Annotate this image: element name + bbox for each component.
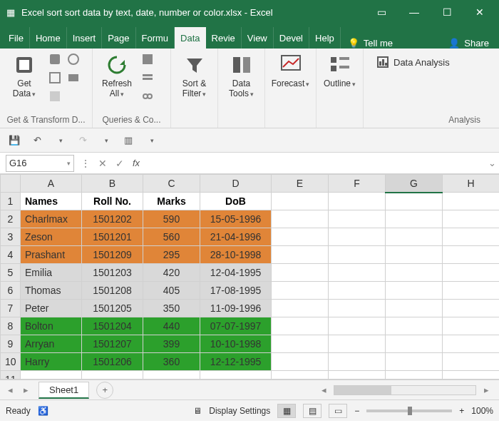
col-D[interactable]: D [200, 175, 272, 193]
tab-view[interactable]: View [242, 27, 274, 49]
cell[interactable]: Marks [143, 193, 200, 210]
close-button[interactable]: ✕ [465, 2, 495, 22]
tab-review[interactable]: Revie [206, 27, 242, 49]
formula-more-icon[interactable]: ⋮ [77, 158, 94, 169]
row-header[interactable]: 8 [1, 317, 21, 335]
cell[interactable] [443, 193, 500, 210]
cell[interactable]: DoB [200, 193, 272, 210]
cell[interactable]: 1501207 [82, 335, 143, 353]
expand-formula-bar-icon[interactable]: ⌄ [485, 158, 499, 168]
cell[interactable] [329, 210, 386, 228]
col-B[interactable]: B [82, 175, 143, 193]
undo-icon[interactable]: ↶ [29, 132, 46, 149]
table-row[interactable]: 9Arryan150120739910-10-1998 [1, 335, 500, 353]
data-analysis-button[interactable]: Data Analysis [374, 54, 489, 70]
cell[interactable] [386, 282, 443, 300]
cell[interactable] [386, 353, 443, 371]
cell[interactable]: 440 [143, 317, 200, 335]
row-header[interactable]: 4 [1, 246, 21, 264]
column-headers[interactable]: A B C D E F G H [1, 175, 500, 193]
hscroll-left-icon[interactable]: ◂ [317, 383, 331, 397]
col-H[interactable]: H [443, 175, 500, 193]
col-C[interactable]: C [143, 175, 200, 193]
cell[interactable]: 399 [143, 335, 200, 353]
table-row[interactable]: 4Prashant150120929528-10-1998 [1, 246, 500, 264]
row-header[interactable]: 11 [1, 371, 21, 380]
fx-label[interactable]: fx [133, 158, 140, 168]
tab-data[interactable]: Data [175, 27, 205, 49]
cell[interactable]: 10-10-1998 [200, 335, 272, 353]
cell[interactable]: 350 [143, 300, 200, 317]
col-G[interactable]: G [386, 175, 443, 193]
cell[interactable] [272, 317, 329, 335]
cell[interactable] [272, 193, 329, 210]
cell[interactable]: 295 [143, 246, 200, 264]
cell[interactable]: Peter [21, 300, 82, 317]
cell[interactable] [443, 282, 500, 300]
cell[interactable] [21, 371, 82, 380]
cell[interactable]: Names [21, 193, 82, 210]
table-row[interactable]: 7Peter150120535011-09-1996 [1, 300, 500, 317]
table-row[interactable]: 10Harry150120636012-12-1995 [1, 353, 500, 371]
minimize-button[interactable]: — [399, 2, 429, 22]
cell[interactable] [386, 246, 443, 264]
cell[interactable] [386, 317, 443, 335]
scroll-first-icon[interactable]: ◂ [3, 383, 17, 397]
redo-icon[interactable]: ↷ [74, 132, 91, 149]
cell[interactable]: 28-10-1998 [200, 246, 272, 264]
page-break-view-icon[interactable]: ▭ [329, 404, 347, 418]
table-row[interactable]: 6Thomas150120840517-08-1995 [1, 282, 500, 300]
cell[interactable]: 12-12-1995 [200, 353, 272, 371]
cell[interactable] [386, 210, 443, 228]
row-header[interactable]: 9 [1, 335, 21, 353]
col-A[interactable]: A [21, 175, 82, 193]
cell[interactable] [143, 371, 200, 380]
from-table-icon[interactable] [47, 70, 63, 86]
properties-icon[interactable] [140, 70, 155, 86]
tab-file[interactable]: File [3, 27, 30, 49]
table-row[interactable]: 5Emilia150120342012-04-1995 [1, 264, 500, 282]
refresh-all-button[interactable]: Refresh All [97, 51, 137, 101]
cell[interactable]: 12-04-1995 [200, 264, 272, 282]
row-header[interactable]: 3 [1, 228, 21, 246]
cell[interactable] [443, 300, 500, 317]
cell[interactable]: 11-09-1996 [200, 300, 272, 317]
name-box[interactable]: G16 ▾ [6, 155, 74, 172]
row-header[interactable]: 10 [1, 353, 21, 371]
zoom-in-icon[interactable]: + [459, 406, 464, 416]
cell[interactable] [272, 282, 329, 300]
existing-connections-icon[interactable] [47, 88, 63, 104]
cell[interactable] [443, 264, 500, 282]
cell[interactable]: Zeson [21, 228, 82, 246]
recent-sources-icon[interactable] [66, 70, 81, 86]
cell[interactable] [329, 335, 386, 353]
cell[interactable]: 15-05-1996 [200, 210, 272, 228]
cell[interactable] [329, 282, 386, 300]
table-row[interactable]: 2Charlmax150120259015-05-1996 [1, 210, 500, 228]
col-F[interactable]: F [329, 175, 386, 193]
cell[interactable]: 1501206 [82, 353, 143, 371]
row-header[interactable]: 1 [1, 193, 21, 210]
cell[interactable] [272, 210, 329, 228]
row-header[interactable]: 5 [1, 264, 21, 282]
cell[interactable] [443, 210, 500, 228]
cell[interactable] [386, 193, 443, 210]
save-icon[interactable]: 💾 [6, 132, 23, 149]
queries-connections-icon[interactable] [140, 51, 155, 67]
from-text-csv-icon[interactable] [47, 51, 63, 67]
cell[interactable] [386, 371, 443, 380]
cell[interactable] [329, 246, 386, 264]
zoom-level[interactable]: 100% [471, 406, 493, 416]
tab-insert[interactable]: Insert [67, 27, 103, 49]
outline-button[interactable]: Outline [321, 51, 359, 91]
row-header[interactable]: 7 [1, 300, 21, 317]
cell[interactable]: Arryan [21, 335, 82, 353]
cell[interactable] [386, 228, 443, 246]
cell[interactable] [329, 193, 386, 210]
cell[interactable]: Prashant [21, 246, 82, 264]
cell[interactable]: Bolton [21, 317, 82, 335]
horizontal-scrollbar[interactable] [334, 385, 476, 395]
cell[interactable]: 420 [143, 264, 200, 282]
cell[interactable] [329, 228, 386, 246]
cell[interactable]: 560 [143, 228, 200, 246]
